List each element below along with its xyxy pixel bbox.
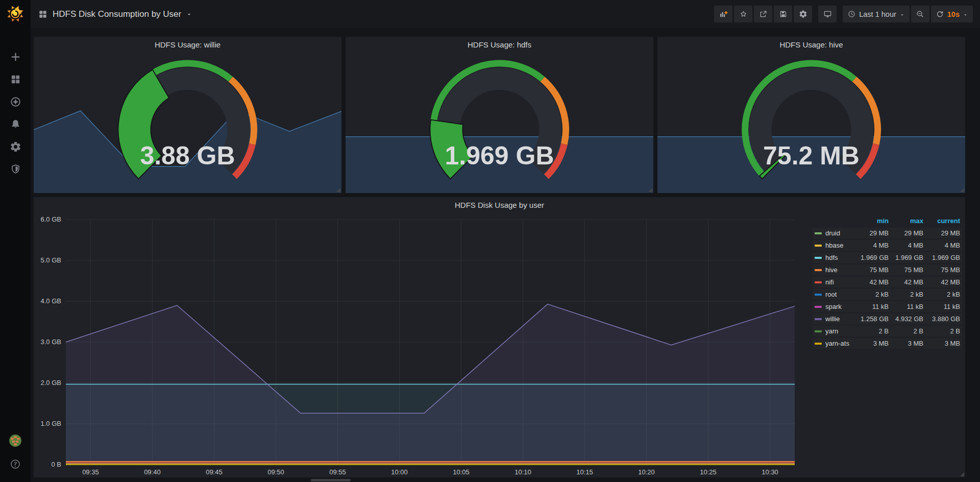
svg-text:4.0 GB: 4.0 GB: [41, 297, 61, 305]
series-color-swatch: [815, 306, 822, 308]
legend-current-value: 2 B: [925, 326, 962, 336]
clock-icon: [847, 10, 856, 18]
legend-min-value: 3 MB: [856, 338, 890, 349]
legend-current-value: 1.969 GB: [925, 252, 962, 263]
legend-row-root: root2 kB2 kB2 kB: [813, 289, 962, 300]
cycle-view-button[interactable]: [818, 6, 837, 22]
panel-resize-handle[interactable]: [960, 188, 964, 192]
svg-text:10:25: 10:25: [700, 468, 717, 476]
legend-series-label[interactable]: yarn: [813, 326, 856, 336]
svg-text:09:55: 09:55: [329, 468, 346, 476]
legend-header-min[interactable]: min: [856, 215, 890, 226]
svg-text:2.0 GB: 2.0 GB: [41, 379, 61, 387]
sidebar-item-create[interactable]: [10, 51, 21, 63]
horizontal-scrollbar-thumb[interactable]: [311, 479, 351, 481]
grafana-logo-icon[interactable]: [6, 4, 25, 23]
sidebar: [0, 0, 31, 482]
sidebar-item-alerting[interactable]: [10, 118, 21, 130]
gauge-panel-title[interactable]: HDFS Usage: hdfs: [346, 40, 653, 49]
legend-max-value: 42 MB: [890, 277, 925, 287]
legend-min-value: 75 MB: [856, 264, 890, 275]
dashboard-title[interactable]: HDFS Disk Consumption by User: [53, 9, 181, 19]
legend-series-label[interactable]: root: [813, 289, 856, 300]
save-button[interactable]: [774, 6, 792, 22]
navbar: HDFS Disk Consumption by User Last 1 hou…: [31, 0, 980, 28]
legend-current-value: 3 MB: [925, 338, 962, 349]
grafana-logo-icon: [6, 4, 25, 23]
panel-resize-handle[interactable]: [648, 188, 652, 192]
sidebar-item-server-admin[interactable]: [10, 163, 21, 175]
chevron-down-icon: [963, 12, 968, 18]
chevron-down-icon: [899, 12, 905, 18]
share-button[interactable]: [754, 6, 772, 22]
chevron-down-icon: [186, 11, 192, 18]
gear-icon: [10, 141, 21, 153]
dashboard-grid-icon: [38, 9, 48, 19]
sidebar-item-explore[interactable]: [10, 96, 21, 108]
search-minus-icon: [916, 10, 924, 18]
legend-current-value: 29 MB: [925, 228, 962, 238]
legend-row-druid: druid29 MB29 MB29 MB: [813, 228, 962, 238]
legend-min-value: 1.258 GB: [856, 314, 890, 324]
legend-max-value: 2 B: [890, 326, 925, 336]
refresh-icon: [936, 10, 944, 18]
panel-resize-handle[interactable]: [960, 472, 964, 476]
series-color-swatch: [815, 245, 822, 247]
sidebar-item-configuration[interactable]: [10, 141, 21, 153]
svg-text:09:50: 09:50: [267, 468, 284, 476]
legend-current-value: 4 MB: [925, 240, 962, 251]
legend-min-value: 42 MB: [856, 277, 890, 287]
legend-current-value: 42 MB: [925, 277, 962, 287]
legend-series-label[interactable]: willie: [813, 314, 856, 324]
gauge-panel-hdfs: HDFS Usage: hdfs1.969 GB: [346, 37, 653, 193]
legend-current-value: 3.880 GB: [925, 314, 962, 324]
legend-row-hbase: hbase4 MB4 MB4 MB: [813, 240, 962, 251]
svg-text:10:30: 10:30: [762, 468, 778, 476]
monitor-icon: [823, 10, 832, 18]
legend-series-label[interactable]: hbase: [813, 240, 856, 251]
time-range-picker[interactable]: Last 1 hour: [843, 6, 910, 22]
sidebar-item-dashboards[interactable]: [10, 74, 21, 85]
series-color-swatch: [815, 281, 822, 283]
explore-icon: [10, 96, 21, 108]
user-avatar: [9, 434, 22, 447]
svg-text:3.0 GB: 3.0 GB: [41, 338, 61, 346]
legend-header-max[interactable]: max: [890, 215, 925, 226]
favorite-button[interactable]: [734, 6, 752, 22]
svg-text:0 B: 0 B: [51, 461, 61, 468]
refresh-button[interactable]: 10s: [931, 6, 973, 22]
series-color-swatch: [815, 232, 822, 234]
legend-series-label[interactable]: spark: [813, 301, 856, 312]
svg-text:10:00: 10:00: [391, 468, 408, 476]
legend-row-spark: spark11 kB11 kB11 kB: [813, 301, 962, 312]
add-panel-button[interactable]: [714, 6, 732, 22]
sidebar-nav: [10, 51, 21, 186]
legend-series-label[interactable]: nifi: [813, 277, 856, 287]
legend-series-label[interactable]: hive: [813, 264, 856, 275]
legend-header-current[interactable]: current: [925, 215, 962, 226]
user-avatar[interactable]: [9, 434, 22, 447]
legend-series-label[interactable]: hdfs: [813, 252, 856, 263]
star-icon: [739, 10, 748, 18]
legend-max-value: 1.969 GB: [890, 252, 925, 263]
legend-header-blank: [813, 215, 856, 226]
gauge-panel-title[interactable]: HDFS Usage: hive: [657, 40, 965, 49]
gauge-panel-title[interactable]: HDFS Usage: willie: [34, 40, 341, 49]
legend-series-label[interactable]: yarn-ats: [813, 338, 856, 349]
legend-max-value: 75 MB: [890, 264, 925, 275]
panel-resize-handle[interactable]: [336, 188, 340, 192]
chevron-down-icon: [899, 11, 905, 17]
gauge-panel-hive: HDFS Usage: hive75.2 MB: [657, 37, 965, 193]
series-color-swatch: [815, 294, 822, 296]
legend-series-label[interactable]: druid: [813, 228, 856, 238]
chevron-down-icon[interactable]: [186, 11, 192, 17]
svg-text:10:15: 10:15: [576, 468, 593, 476]
settings-button[interactable]: [794, 6, 812, 22]
zoom-out-button[interactable]: [911, 6, 929, 22]
chevron-down-icon: [963, 11, 968, 17]
gauge-panel-willie: HDFS Usage: willie3.88 GB: [34, 37, 341, 193]
graph-panel-title[interactable]: HDFS Disk Usage by user: [34, 201, 965, 209]
shield-icon: [10, 163, 21, 175]
legend-min-value: 4 MB: [856, 240, 890, 251]
sidebar-item-help[interactable]: [10, 459, 21, 470]
